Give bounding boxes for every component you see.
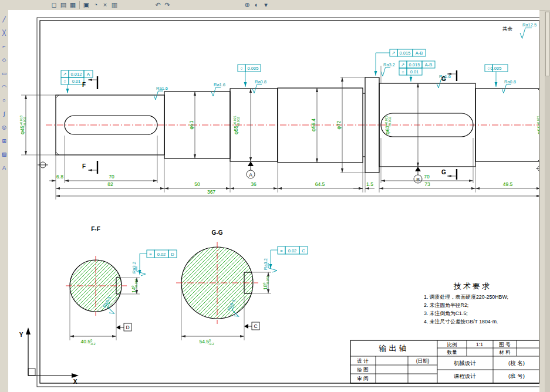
svg-text:≡: ≡	[280, 248, 283, 254]
tol-frame-runout-a: ↗ 0.012 A	[61, 70, 93, 77]
hatch-tool-icon[interactable]: ▨	[0, 150, 8, 158]
svg-text:≡: ≡	[149, 252, 152, 257]
ucs-x-label: X	[73, 379, 77, 385]
undo-icon[interactable]: ↶	[153, 1, 163, 9]
scrollbar-thumb[interactable]	[545, 12, 549, 76]
svg-text:0.02: 0.02	[157, 252, 166, 257]
svg-text:0.02: 0.02	[288, 248, 297, 254]
section-ff: F-F 140-0.043 40.50-0.2 ≡ 0.02 D D Ra3.2…	[66, 226, 177, 346]
svg-text:A: A	[87, 72, 90, 77]
dim-dia-45: φ45+0.018+0.002	[19, 116, 27, 134]
dim-dia-51: φ51	[188, 120, 194, 129]
tol-frame-runout-ab-2: ↗ 0.015 A-B	[399, 61, 435, 68]
svg-text:Ra0.8: Ra0.8	[504, 79, 516, 85]
designer-row-label: 设 计	[357, 358, 369, 364]
roughness-ff-side: Ra3.2	[131, 262, 146, 276]
top-toolbar: ◻ ▤ ▦ ▣ ◔ × ▥ ↶ ↷ ⊕ ◐ ▾	[0, 0, 550, 11]
ellipse-tool-icon[interactable]: ◎	[0, 123, 8, 131]
dim-dia-72: φ72	[336, 120, 342, 129]
svg-text:0.012: 0.012	[71, 72, 82, 77]
school-placeholder: (校 名)	[508, 360, 525, 366]
svg-text:○: ○	[240, 66, 243, 71]
svg-text:D: D	[126, 325, 129, 330]
dim-keyway-left: 70	[109, 174, 114, 180]
svg-text:φ55+0.021+0.002: φ55+0.021+0.002	[536, 116, 540, 134]
tech-requirements: 技术要求 1. 调质处理，表面硬度220-250HBW; 2. 未注圆角半径R2…	[424, 282, 508, 325]
new-file-icon[interactable]: ◻	[49, 1, 59, 9]
svg-text:D: D	[171, 252, 174, 257]
section-mark-f-bottom: F	[82, 163, 86, 170]
roughness-symbols: Ra1.6 Ra1.6 Ra0.8 Ra3.2 Ra1.6 Ra0.8	[154, 62, 516, 100]
part-name: 输出轴	[379, 344, 409, 353]
rectangle-tool-icon[interactable]: ▭	[0, 69, 8, 77]
drafter-row-label: 绘 图	[357, 367, 368, 373]
svg-text:○: ○	[63, 79, 66, 84]
svg-text:0.005: 0.005	[248, 66, 259, 71]
text-tool-icon[interactable]: A	[0, 164, 8, 172]
svg-text:A-B: A-B	[425, 62, 433, 67]
scale-value: 1:1	[476, 342, 483, 347]
open-file-icon[interactable]: ▤	[59, 1, 68, 9]
circle-tool-icon[interactable]: ○	[0, 96, 8, 104]
tol-frame-ff: ≡ 0.02 D	[140, 250, 177, 275]
svg-text:Ra0.8: Ra0.8	[255, 79, 266, 85]
dim-82: 82	[107, 181, 113, 187]
datum-symbols: A B	[247, 161, 422, 183]
section-mark-f-top: F	[82, 82, 86, 88]
dim-36: 36	[251, 181, 257, 187]
polygon-tool-icon[interactable]: ◇	[0, 56, 8, 64]
roughness-gg-side: Ra3.2	[263, 258, 278, 272]
roughness-ra0-8-b: Ra0.8	[502, 79, 516, 94]
extension-lines	[21, 66, 539, 200]
pan-icon[interactable]: ⊕	[242, 1, 252, 9]
general-roughness-note: 其余 Ra12.5	[502, 22, 536, 39]
polyline-tool-icon[interactable]: ⌐	[0, 42, 8, 50]
dim-ff-keyway-depth: 40.50-0.2	[80, 339, 95, 346]
dim-dia-55-left: φ55+0.021+0.002	[233, 116, 241, 134]
tol-frame-gg: ≡ 0.02 C	[271, 246, 308, 269]
cut-icon[interactable]: ×	[100, 1, 110, 9]
svg-text:A: A	[249, 172, 252, 178]
plot-icon[interactable]: ▣	[82, 1, 91, 9]
drawing-canvas[interactable]: 6.8 70 82 50 36 64.5 1.5 73 49.5 367 70 …	[8, 10, 539, 392]
redo-icon[interactable]: ↷	[163, 1, 172, 9]
svg-text:Ra1.6: Ra1.6	[156, 86, 168, 91]
svg-text:φ55+0.021+0.002: φ55+0.021+0.002	[233, 116, 241, 134]
properties-icon[interactable]: ◐	[252, 1, 261, 9]
svg-text:0.015: 0.015	[409, 62, 420, 67]
dim-dia-56-4: φ56.4	[311, 119, 316, 131]
save-icon[interactable]: ▦	[68, 1, 77, 9]
class-placeholder: (班 号)	[508, 373, 525, 379]
copy-icon[interactable]: ▥	[110, 1, 119, 9]
arc-tool-icon[interactable]: ◠	[0, 83, 8, 91]
frame-center-marker-left	[38, 162, 48, 168]
course-line-1: 机械设计	[454, 360, 477, 366]
dim-keyway-offset: 6.8	[56, 174, 63, 180]
section-mark-g-top: G	[441, 76, 446, 82]
layer-dropdown-icon[interactable]: ▾	[261, 1, 271, 9]
reviewer-row-label: 审 阅	[357, 376, 368, 381]
svg-text:0.005: 0.005	[491, 66, 502, 71]
insert-block-tool-icon[interactable]: ⊞	[0, 137, 8, 145]
datum-flag-d: D	[116, 323, 131, 331]
dim-49-5: 49.5	[503, 181, 513, 187]
spline-tool-icon[interactable]: ∫	[0, 110, 8, 118]
datum-a: A	[247, 161, 255, 178]
svg-text:φ72: φ72	[336, 120, 342, 129]
vertical-scrollbar[interactable]	[545, 10, 550, 392]
svg-text:↗: ↗	[63, 72, 66, 77]
roughness-ra1-6-a: Ra1.6	[154, 86, 168, 100]
general-note-prefix: 其余	[502, 26, 513, 32]
preview-icon[interactable]: ◔	[91, 1, 100, 9]
dim-64-5: 64.5	[315, 181, 325, 187]
line-tool-icon[interactable]: ╱	[0, 15, 8, 23]
construction-line-tool-icon[interactable]: ╳	[0, 29, 8, 37]
section-gg: G-G 180-0.043 54.50-0.2 ≡ 0.02 C C Ra3.2…	[176, 229, 308, 346]
section-mark-g-bottom: G	[441, 169, 446, 175]
title-block: 输出轴 比例 1:1 图 号 数量 材 料 设 计 (日期) 绘 图 审 阅 机…	[350, 340, 539, 383]
svg-text:0.01: 0.01	[72, 79, 81, 84]
course-line-2: 课程设计	[454, 373, 477, 379]
svg-text:C: C	[302, 248, 305, 254]
draw-toolbar: ╱ ╳ ⌐ ◇ ▭ ◠ ○ ∫ ◎ ⊞ ▨ A	[0, 10, 9, 392]
svg-text:Ra3.2: Ra3.2	[383, 62, 395, 67]
